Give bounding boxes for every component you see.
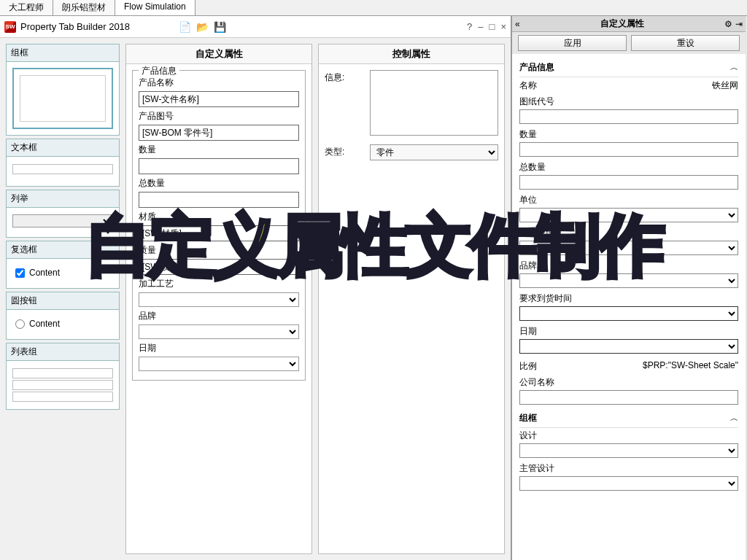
field-label: 数量 bbox=[139, 144, 299, 156]
scale-label: 比例 bbox=[519, 360, 537, 373]
collapse-left-icon[interactable]: « bbox=[515, 19, 520, 29]
chief-design-label: 主管设计 bbox=[519, 462, 738, 475]
company-input[interactable] bbox=[519, 390, 738, 405]
tab-dagongchengshi[interactable]: 大工程师 bbox=[0, 0, 53, 15]
design-select[interactable] bbox=[519, 443, 738, 458]
app-title: Property Tab Builder 2018 bbox=[20, 21, 130, 32]
palette-groupbox[interactable]: 组框 bbox=[6, 44, 120, 136]
palette-listgroup[interactable]: 列表组 bbox=[6, 343, 120, 410]
product-info-group: 产品信息 产品名称产品图号数量总数量材质质量加工工艺品牌日期 bbox=[132, 70, 306, 381]
scale-value: $PRP:"SW-Sheet Scale" bbox=[643, 360, 738, 373]
name-label: 名称 bbox=[519, 79, 537, 92]
info-textarea[interactable] bbox=[370, 70, 498, 136]
checkbox-preview bbox=[15, 268, 25, 278]
maximize-button[interactable]: □ bbox=[489, 21, 495, 32]
section-product-info[interactable]: 产品信息 ︿ bbox=[519, 58, 738, 77]
pin-icon[interactable]: ⇥ bbox=[735, 19, 743, 29]
field-input[interactable] bbox=[139, 192, 299, 208]
section-groupbox[interactable]: 组框 ︿ bbox=[519, 409, 738, 428]
solidworks-logo-icon: SW bbox=[4, 21, 16, 33]
panel-title: 自定义属性 bbox=[520, 18, 724, 30]
panel-field-select[interactable] bbox=[519, 241, 738, 255]
panel-field-label: 单位 bbox=[519, 194, 738, 206]
palette-radio[interactable]: 圆按钮 Content bbox=[6, 292, 120, 340]
field-label: 总数量 bbox=[139, 177, 299, 190]
gear-icon[interactable]: ⚙ bbox=[724, 19, 732, 29]
chevron-up-icon: ︿ bbox=[730, 413, 738, 424]
tab-flow-simulation[interactable]: Flow Simulation bbox=[115, 0, 196, 15]
type-select[interactable]: 零件 bbox=[370, 144, 498, 160]
req-date-select[interactable] bbox=[519, 306, 738, 321]
field-label: 日期 bbox=[139, 342, 299, 354]
palette-textbox[interactable]: 文本框 bbox=[6, 139, 120, 187]
panel-field-label: 数量 bbox=[519, 128, 738, 141]
field-label: 产品名称 bbox=[139, 77, 299, 89]
field-label: 加工工艺 bbox=[139, 278, 299, 290]
minimize-button[interactable]: – bbox=[478, 21, 483, 32]
field-input[interactable] bbox=[139, 158, 299, 174]
titlebar: SW Property Tab Builder 2018 📄 📂 💾 ? – □… bbox=[0, 16, 511, 38]
brand-label: 品牌 bbox=[519, 260, 738, 272]
info-label: 信息: bbox=[325, 70, 361, 84]
control-palette: 组框 文本框 列举 复选框 Content 圆按钮 Content bbox=[6, 44, 120, 554]
field-select[interactable] bbox=[139, 292, 299, 307]
field-input[interactable] bbox=[139, 91, 299, 107]
new-file-icon[interactable]: 📄 bbox=[178, 20, 191, 34]
field-select[interactable] bbox=[139, 324, 299, 339]
name-value: 铁丝网 bbox=[712, 79, 738, 92]
company-label: 公司名称 bbox=[519, 376, 738, 389]
panel-field-label: 图纸代号 bbox=[519, 96, 738, 108]
panel-field-input[interactable] bbox=[519, 142, 738, 157]
panel-field-select[interactable] bbox=[519, 208, 738, 222]
center-header: 自定义属性 bbox=[126, 44, 311, 64]
reset-button[interactable]: 重设 bbox=[631, 35, 740, 51]
date-label: 日期 bbox=[519, 325, 738, 338]
chevron-up-icon: ︿ bbox=[730, 62, 738, 73]
task-pane: « 自定义属性 ⚙ ⇥ 应用 重设 产品信息 ︿ 名称 铁丝网 图纸代号数量总数… bbox=[512, 16, 746, 560]
panel-field-label: 表面处理 bbox=[519, 227, 738, 239]
tab-langle[interactable]: 朗乐铝型材 bbox=[53, 0, 115, 15]
palette-list[interactable]: 列举 bbox=[6, 190, 120, 238]
panel-field-input[interactable] bbox=[519, 175, 738, 190]
top-tabs: 大工程师 朗乐铝型材 Flow Simulation bbox=[0, 0, 747, 16]
custom-properties-column: 自定义属性 产品信息 产品名称产品图号数量总数量材质质量加工工艺品牌日期 bbox=[125, 44, 312, 554]
close-button[interactable]: × bbox=[500, 21, 506, 32]
field-label: 材质 bbox=[139, 211, 299, 223]
design-label: 设计 bbox=[519, 429, 738, 442]
control-header: 控制属性 bbox=[319, 44, 504, 64]
open-file-icon[interactable]: 📂 bbox=[196, 20, 209, 34]
help-button[interactable]: ? bbox=[467, 21, 472, 32]
req-date-label: 要求到货时间 bbox=[519, 292, 738, 305]
chief-design-select[interactable] bbox=[519, 476, 738, 491]
apply-button[interactable]: 应用 bbox=[518, 35, 627, 51]
field-label: 品牌 bbox=[139, 310, 299, 322]
field-label: 产品图号 bbox=[139, 110, 299, 122]
radio-preview bbox=[15, 319, 25, 329]
field-input[interactable] bbox=[139, 125, 299, 141]
field-input[interactable] bbox=[139, 225, 299, 241]
brand-select[interactable] bbox=[519, 273, 738, 288]
field-label: 质量 bbox=[139, 244, 299, 257]
panel-field-input[interactable] bbox=[519, 109, 738, 124]
field-select[interactable] bbox=[139, 357, 299, 371]
date-select[interactable] bbox=[519, 339, 738, 354]
type-label: 类型: bbox=[325, 144, 361, 158]
save-icon[interactable]: 💾 bbox=[213, 20, 226, 34]
panel-field-label: 总数量 bbox=[519, 161, 738, 174]
control-properties-column: 控制属性 信息: 类型: 零件 bbox=[318, 44, 505, 554]
field-input[interactable] bbox=[139, 259, 299, 275]
palette-checkbox[interactable]: 复选框 Content bbox=[6, 241, 120, 289]
